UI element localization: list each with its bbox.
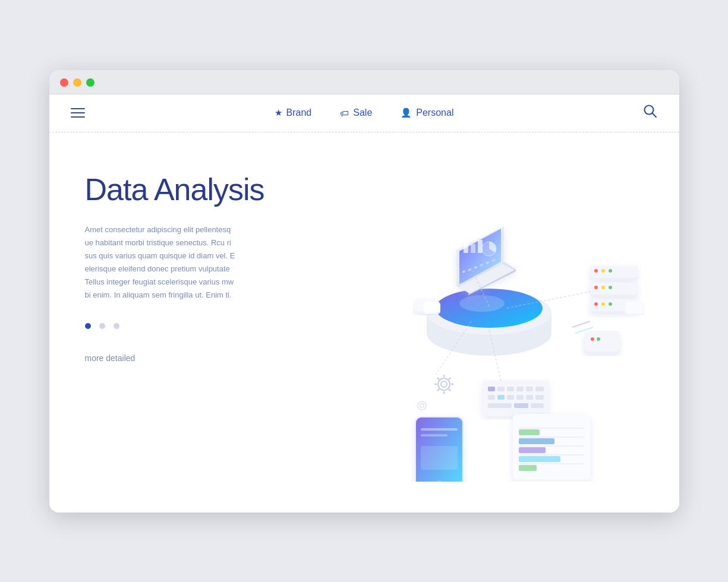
svg-rect-100 <box>424 302 440 312</box>
svg-rect-75 <box>488 387 495 391</box>
svg-rect-62 <box>507 387 514 391</box>
svg-point-25 <box>594 269 598 273</box>
hero-dots <box>85 323 311 329</box>
svg-rect-69 <box>516 395 524 400</box>
svg-rect-11 <box>471 244 475 253</box>
svg-line-1 <box>652 113 656 118</box>
svg-line-101 <box>572 321 590 327</box>
svg-rect-61 <box>497 387 505 391</box>
hero-title: Data Analysis <box>85 173 311 207</box>
svg-line-55 <box>437 389 439 391</box>
dot-2[interactable] <box>99 323 105 329</box>
svg-point-30 <box>594 286 598 289</box>
svg-point-46 <box>438 378 450 390</box>
svg-point-26 <box>601 269 605 273</box>
svg-rect-68 <box>507 395 514 400</box>
search-icon[interactable] <box>642 103 658 122</box>
svg-point-37 <box>609 302 612 306</box>
svg-rect-12 <box>478 240 483 253</box>
browser-titlebar <box>49 70 679 94</box>
isometric-graphic <box>299 149 679 482</box>
svg-point-31 <box>601 286 605 289</box>
nav-personal-label: Personal <box>416 107 453 118</box>
svg-point-56 <box>418 401 426 410</box>
svg-rect-94 <box>519 465 537 471</box>
dot-1[interactable] <box>85 323 91 329</box>
svg-rect-80 <box>421 434 447 436</box>
maximize-button[interactable] <box>86 78 94 87</box>
svg-rect-76 <box>497 395 505 400</box>
svg-rect-71 <box>535 395 544 400</box>
svg-rect-41 <box>584 331 620 352</box>
svg-point-7 <box>459 295 505 312</box>
more-detailed-link[interactable]: more detailed <box>85 353 135 363</box>
svg-line-52 <box>437 378 439 379</box>
svg-point-35 <box>594 302 598 306</box>
svg-point-42 <box>591 337 594 341</box>
nav-items: ★ Brand 🏷 Sale 👤 Personal <box>275 107 454 118</box>
svg-rect-63 <box>516 387 524 391</box>
svg-rect-90 <box>519 429 540 435</box>
hamburger-menu[interactable] <box>71 108 85 118</box>
svg-rect-72 <box>488 403 512 408</box>
nav-item-personal[interactable]: 👤 Personal <box>401 107 453 118</box>
person-icon: 👤 <box>401 107 412 118</box>
nav-sale-label: Sale <box>353 107 372 118</box>
tag-icon: 🏷 <box>340 108 349 118</box>
svg-rect-81 <box>421 446 458 470</box>
svg-point-43 <box>597 337 600 341</box>
svg-rect-74 <box>531 403 544 408</box>
svg-line-53 <box>449 389 450 391</box>
nav-brand-label: Brand <box>286 107 312 118</box>
svg-rect-65 <box>535 387 544 391</box>
hero-illustration <box>311 161 644 470</box>
svg-rect-91 <box>519 438 554 444</box>
star-icon: ★ <box>275 107 282 118</box>
svg-rect-66 <box>488 395 495 400</box>
svg-line-54 <box>449 378 450 379</box>
svg-point-57 <box>420 403 424 407</box>
browser-window: ★ Brand 🏷 Sale 👤 Personal <box>49 70 679 513</box>
svg-rect-93 <box>519 456 560 462</box>
svg-rect-45 <box>626 302 645 314</box>
browser-content: ★ Brand 🏷 Sale 👤 Personal <box>49 94 679 513</box>
svg-point-36 <box>601 302 605 306</box>
svg-point-32 <box>609 286 612 289</box>
svg-point-27 <box>609 269 612 273</box>
svg-rect-73 <box>514 403 528 408</box>
nav-item-sale[interactable]: 🏷 Sale <box>340 107 372 118</box>
svg-rect-79 <box>421 428 458 431</box>
svg-rect-64 <box>526 387 533 391</box>
minimize-button[interactable] <box>73 78 81 87</box>
hero-text: Data Analysis Amet consectetur adipiscin… <box>85 161 311 364</box>
navbar: ★ Brand 🏷 Sale 👤 Personal <box>49 94 679 132</box>
svg-rect-92 <box>519 447 546 453</box>
svg-rect-70 <box>526 395 533 400</box>
hero-body: Amet consectetur adipiscing elit pellent… <box>85 223 239 302</box>
dot-3[interactable] <box>114 323 119 329</box>
hero-section: Data Analysis Amet consectetur adipiscin… <box>49 132 679 513</box>
svg-rect-10 <box>464 241 468 253</box>
nav-item-brand[interactable]: ★ Brand <box>275 107 312 118</box>
svg-point-47 <box>441 381 447 387</box>
close-button[interactable] <box>60 78 68 87</box>
